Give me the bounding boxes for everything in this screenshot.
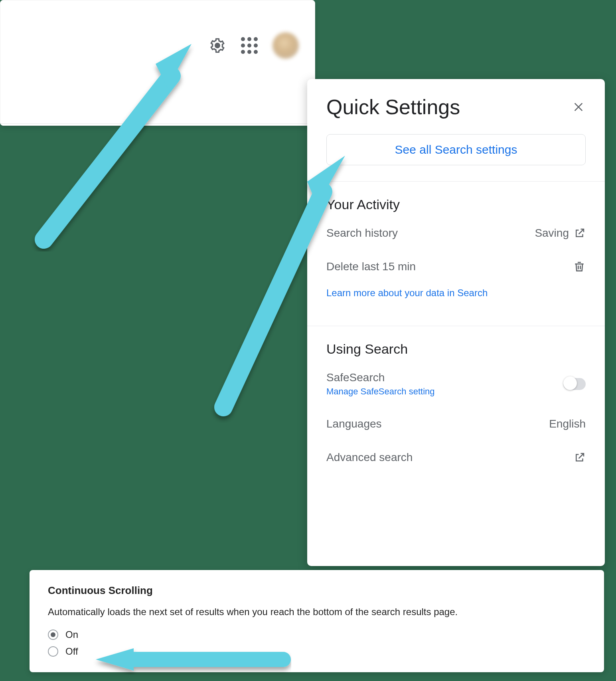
safesearch-label: SafeSearch — [326, 371, 435, 384]
manage-safesearch-link[interactable]: Manage SafeSearch setting — [326, 386, 435, 397]
section-heading-using: Using Search — [307, 326, 605, 361]
continuous-scrolling-title: Continuous Scrolling — [48, 584, 586, 597]
apps-icon[interactable] — [241, 37, 258, 54]
row-advanced-search[interactable]: Advanced search — [307, 441, 605, 474]
header-icon-group — [209, 32, 299, 59]
toggle-knob — [563, 376, 577, 390]
search-history-value-group: Saving — [535, 227, 586, 240]
quick-settings-header: Quick Settings — [307, 79, 605, 123]
section-heading-activity: Your Activity — [307, 182, 605, 216]
radio-off[interactable] — [48, 646, 58, 657]
advanced-search-label: Advanced search — [326, 451, 413, 464]
trash-icon — [573, 260, 586, 273]
avatar[interactable] — [272, 32, 299, 59]
radio-off-row[interactable]: Off — [48, 646, 586, 657]
learn-more-link[interactable]: Learn more about your data in Search — [307, 283, 605, 310]
languages-value: English — [549, 418, 586, 430]
search-history-label: Search history — [326, 227, 398, 240]
close-icon[interactable] — [571, 100, 586, 114]
search-header-panel — [0, 0, 315, 126]
radio-on[interactable] — [48, 630, 58, 640]
header-divider — [0, 123, 315, 124]
languages-label: Languages — [326, 418, 382, 430]
gear-icon[interactable] — [209, 37, 226, 54]
continuous-scrolling-panel: Continuous Scrolling Automatically loads… — [30, 570, 604, 672]
continuous-scrolling-description: Automatically loads the next set of resu… — [48, 606, 586, 618]
quick-settings-panel: Quick Settings See all Search settings Y… — [307, 79, 605, 566]
svg-point-0 — [215, 44, 220, 48]
delete-last-label: Delete last 15 min — [326, 260, 416, 273]
row-safesearch: SafeSearch Manage SafeSearch setting — [307, 361, 605, 407]
safesearch-toggle[interactable] — [563, 378, 586, 390]
radio-on-label: On — [65, 629, 78, 640]
radio-off-label: Off — [65, 646, 78, 657]
see-all-settings-button[interactable]: See all Search settings — [326, 134, 586, 165]
quick-settings-title: Quick Settings — [326, 95, 460, 119]
radio-on-row[interactable]: On — [48, 629, 586, 640]
external-link-icon — [574, 227, 586, 239]
row-search-history[interactable]: Search history Saving — [307, 216, 605, 250]
row-languages[interactable]: Languages English — [307, 407, 605, 441]
search-history-value: Saving — [535, 227, 569, 240]
see-all-settings-label: See all Search settings — [395, 143, 517, 156]
row-delete-last[interactable]: Delete last 15 min — [307, 250, 605, 283]
external-link-icon — [574, 451, 586, 463]
